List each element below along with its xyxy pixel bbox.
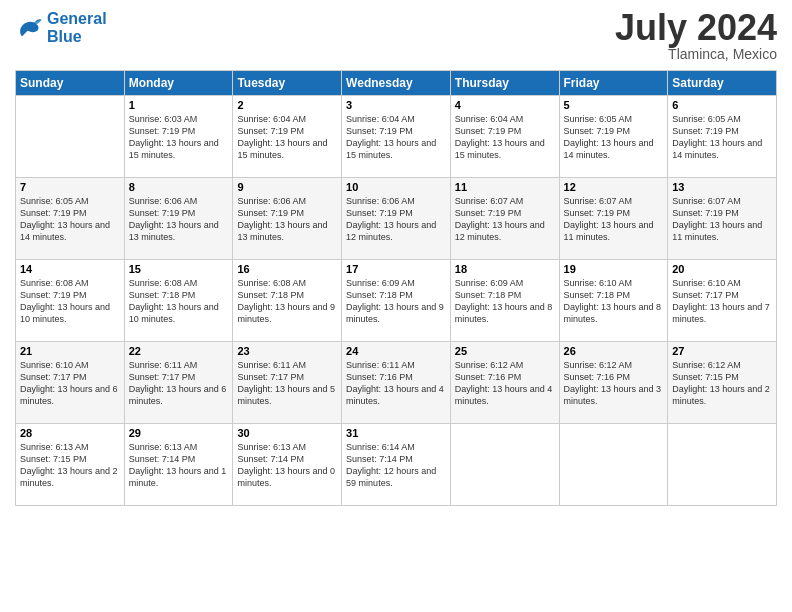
sunset-text: Sunset: 7:18 PM (346, 290, 413, 300)
calendar-cell-w3-d7: 20Sunrise: 6:10 AMSunset: 7:17 PMDayligh… (668, 260, 777, 342)
calendar-cell-w4-d2: 22Sunrise: 6:11 AMSunset: 7:17 PMDayligh… (124, 342, 233, 424)
sunset-text: Sunset: 7:19 PM (129, 208, 196, 218)
sunset-text: Sunset: 7:14 PM (237, 454, 304, 464)
sunrise-text: Sunrise: 6:06 AM (346, 196, 415, 206)
day-info: Sunrise: 6:12 AMSunset: 7:16 PMDaylight:… (564, 359, 664, 408)
daylight-text: Daylight: 13 hours and 9 minutes. (237, 302, 335, 324)
day-number: 5 (564, 99, 664, 111)
day-number: 27 (672, 345, 772, 357)
sunset-text: Sunset: 7:17 PM (672, 290, 739, 300)
day-number: 8 (129, 181, 229, 193)
calendar-cell-w1-d5: 4Sunrise: 6:04 AMSunset: 7:19 PMDaylight… (450, 96, 559, 178)
calendar-cell-w3-d6: 19Sunrise: 6:10 AMSunset: 7:18 PMDayligh… (559, 260, 668, 342)
day-number: 18 (455, 263, 555, 275)
calendar-cell-w4-d5: 25Sunrise: 6:12 AMSunset: 7:16 PMDayligh… (450, 342, 559, 424)
daylight-text: Daylight: 13 hours and 9 minutes. (346, 302, 444, 324)
calendar-cell-w5-d5 (450, 424, 559, 506)
col-thursday: Thursday (450, 71, 559, 96)
day-number: 23 (237, 345, 337, 357)
day-number: 3 (346, 99, 446, 111)
daylight-text: Daylight: 13 hours and 7 minutes. (672, 302, 770, 324)
day-number: 17 (346, 263, 446, 275)
day-info: Sunrise: 6:10 AMSunset: 7:17 PMDaylight:… (20, 359, 120, 408)
sunrise-text: Sunrise: 6:07 AM (672, 196, 741, 206)
col-friday: Friday (559, 71, 668, 96)
day-number: 1 (129, 99, 229, 111)
daylight-text: Daylight: 13 hours and 13 minutes. (129, 220, 219, 242)
sunset-text: Sunset: 7:18 PM (129, 290, 196, 300)
calendar-cell-w5-d4: 31Sunrise: 6:14 AMSunset: 7:14 PMDayligh… (342, 424, 451, 506)
sunrise-text: Sunrise: 6:06 AM (237, 196, 306, 206)
daylight-text: Daylight: 13 hours and 2 minutes. (672, 384, 770, 406)
calendar-cell-w5-d6 (559, 424, 668, 506)
sunset-text: Sunset: 7:19 PM (237, 126, 304, 136)
sunrise-text: Sunrise: 6:13 AM (237, 442, 306, 452)
daylight-text: Daylight: 13 hours and 2 minutes. (20, 466, 118, 488)
sunset-text: Sunset: 7:17 PM (129, 372, 196, 382)
sunset-text: Sunset: 7:16 PM (346, 372, 413, 382)
daylight-text: Daylight: 13 hours and 15 minutes. (129, 138, 219, 160)
day-info: Sunrise: 6:04 AMSunset: 7:19 PMDaylight:… (346, 113, 446, 162)
calendar-cell-w1-d4: 3Sunrise: 6:04 AMSunset: 7:19 PMDaylight… (342, 96, 451, 178)
sunset-text: Sunset: 7:15 PM (672, 372, 739, 382)
day-number: 30 (237, 427, 337, 439)
daylight-text: Daylight: 13 hours and 8 minutes. (564, 302, 662, 324)
daylight-text: Daylight: 13 hours and 0 minutes. (237, 466, 335, 488)
daylight-text: Daylight: 13 hours and 8 minutes. (455, 302, 553, 324)
sunrise-text: Sunrise: 6:08 AM (20, 278, 89, 288)
day-number: 31 (346, 427, 446, 439)
day-number: 9 (237, 181, 337, 193)
col-wednesday: Wednesday (342, 71, 451, 96)
day-info: Sunrise: 6:07 AMSunset: 7:19 PMDaylight:… (455, 195, 555, 244)
day-info: Sunrise: 6:08 AMSunset: 7:19 PMDaylight:… (20, 277, 120, 326)
calendar-cell-w2-d3: 9Sunrise: 6:06 AMSunset: 7:19 PMDaylight… (233, 178, 342, 260)
daylight-text: Daylight: 13 hours and 12 minutes. (455, 220, 545, 242)
day-info: Sunrise: 6:04 AMSunset: 7:19 PMDaylight:… (455, 113, 555, 162)
daylight-text: Daylight: 12 hours and 59 minutes. (346, 466, 436, 488)
calendar-cell-w4-d6: 26Sunrise: 6:12 AMSunset: 7:16 PMDayligh… (559, 342, 668, 424)
day-info: Sunrise: 6:14 AMSunset: 7:14 PMDaylight:… (346, 441, 446, 490)
day-number: 13 (672, 181, 772, 193)
daylight-text: Daylight: 13 hours and 6 minutes. (129, 384, 227, 406)
sunrise-text: Sunrise: 6:11 AM (237, 360, 306, 370)
sunrise-text: Sunrise: 6:05 AM (564, 114, 633, 124)
day-info: Sunrise: 6:10 AMSunset: 7:18 PMDaylight:… (564, 277, 664, 326)
calendar-cell-w2-d6: 12Sunrise: 6:07 AMSunset: 7:19 PMDayligh… (559, 178, 668, 260)
day-info: Sunrise: 6:13 AMSunset: 7:14 PMDaylight:… (129, 441, 229, 490)
daylight-text: Daylight: 13 hours and 11 minutes. (672, 220, 762, 242)
week-row-2: 7Sunrise: 6:05 AMSunset: 7:19 PMDaylight… (16, 178, 777, 260)
sunrise-text: Sunrise: 6:09 AM (346, 278, 415, 288)
day-number: 26 (564, 345, 664, 357)
week-row-4: 21Sunrise: 6:10 AMSunset: 7:17 PMDayligh… (16, 342, 777, 424)
calendar-cell-w4-d7: 27Sunrise: 6:12 AMSunset: 7:15 PMDayligh… (668, 342, 777, 424)
sunset-text: Sunset: 7:19 PM (455, 208, 522, 218)
calendar-table: Sunday Monday Tuesday Wednesday Thursday… (15, 70, 777, 506)
day-info: Sunrise: 6:11 AMSunset: 7:17 PMDaylight:… (237, 359, 337, 408)
day-info: Sunrise: 6:04 AMSunset: 7:19 PMDaylight:… (237, 113, 337, 162)
calendar-cell-w2-d1: 7Sunrise: 6:05 AMSunset: 7:19 PMDaylight… (16, 178, 125, 260)
day-number: 15 (129, 263, 229, 275)
day-info: Sunrise: 6:09 AMSunset: 7:18 PMDaylight:… (346, 277, 446, 326)
daylight-text: Daylight: 13 hours and 5 minutes. (237, 384, 335, 406)
calendar-cell-w1-d1 (16, 96, 125, 178)
sunrise-text: Sunrise: 6:12 AM (564, 360, 633, 370)
sunset-text: Sunset: 7:19 PM (129, 126, 196, 136)
calendar-cell-w3-d1: 14Sunrise: 6:08 AMSunset: 7:19 PMDayligh… (16, 260, 125, 342)
col-sunday: Sunday (16, 71, 125, 96)
day-info: Sunrise: 6:13 AMSunset: 7:15 PMDaylight:… (20, 441, 120, 490)
daylight-text: Daylight: 13 hours and 14 minutes. (564, 138, 654, 160)
sunrise-text: Sunrise: 6:08 AM (129, 278, 198, 288)
sunrise-text: Sunrise: 6:04 AM (346, 114, 415, 124)
day-info: Sunrise: 6:08 AMSunset: 7:18 PMDaylight:… (237, 277, 337, 326)
daylight-text: Daylight: 13 hours and 4 minutes. (455, 384, 553, 406)
sunrise-text: Sunrise: 6:03 AM (129, 114, 198, 124)
day-number: 12 (564, 181, 664, 193)
daylight-text: Daylight: 13 hours and 10 minutes. (20, 302, 110, 324)
calendar-header-row: Sunday Monday Tuesday Wednesday Thursday… (16, 71, 777, 96)
day-number: 22 (129, 345, 229, 357)
calendar-cell-w4-d4: 24Sunrise: 6:11 AMSunset: 7:16 PMDayligh… (342, 342, 451, 424)
day-number: 14 (20, 263, 120, 275)
sunrise-text: Sunrise: 6:10 AM (672, 278, 741, 288)
day-number: 10 (346, 181, 446, 193)
col-tuesday: Tuesday (233, 71, 342, 96)
